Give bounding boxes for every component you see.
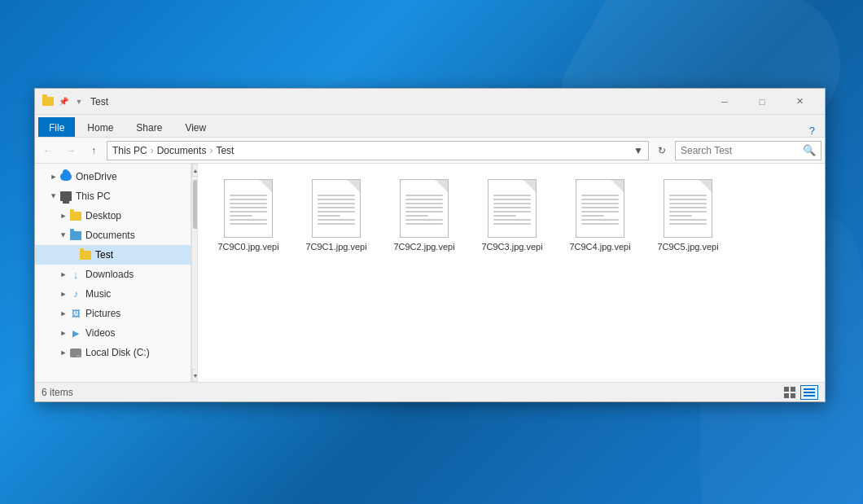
music-icon: ♪ <box>69 287 82 300</box>
sidebar-item-documents[interactable]: ► Documents <box>35 226 191 245</box>
window-title: Test <box>90 96 706 107</box>
sidebar-item-test[interactable]: ► Test <box>35 245 191 265</box>
expand-arrow-documents: ► <box>58 230 69 241</box>
file-icon-0 <box>224 179 273 238</box>
expand-arrow-this-pc: ► <box>48 191 59 202</box>
sidebar-item-local-disk[interactable]: ► Local Disk (C:) <box>35 343 191 362</box>
window-controls: ─ □ ✕ <box>706 89 818 115</box>
sidebar-label-downloads: Downloads <box>85 269 134 280</box>
file-item-3[interactable]: 7C9C3.jpg.vepi <box>471 173 553 258</box>
scroll-up-button[interactable]: ▲ <box>192 164 198 177</box>
breadcrumb: This PC › Documents › Test ▼ <box>107 141 649 160</box>
svg-rect-5 <box>804 392 815 393</box>
sidebar-item-desktop[interactable]: ► Desktop <box>35 206 191 226</box>
sidebar-item-downloads[interactable]: ► ↓ Downloads <box>35 265 191 284</box>
breadcrumb-dropdown-icon[interactable]: ▼ <box>633 145 643 156</box>
file-icon-3 <box>488 179 537 238</box>
file-item-5[interactable]: 7C9C5.jpg.vepi <box>647 173 729 258</box>
ribbon: File Home Share View ? <box>35 115 825 138</box>
tab-share[interactable]: Share <box>125 117 173 137</box>
sidebar-item-music[interactable]: ► ♪ Music <box>35 284 191 304</box>
sidebar-label-this-pc: This PC <box>76 191 111 202</box>
search-icon[interactable]: 🔍 <box>803 144 816 156</box>
file-name-0: 7C9C0.jpg.vepi <box>217 241 278 252</box>
expand-arrow-videos: ► <box>58 327 69 339</box>
file-item-4[interactable]: 7C9C4.jpg.vepi <box>559 173 641 258</box>
file-icon-4 <box>576 179 624 238</box>
desktop-folder-icon <box>69 209 82 222</box>
svg-rect-3 <box>791 393 795 398</box>
help-button[interactable]: ? <box>803 125 821 137</box>
svg-rect-4 <box>804 388 815 390</box>
sidebar-label-pictures: Pictures <box>85 308 120 319</box>
maximize-button[interactable]: □ <box>743 89 781 115</box>
file-area: 7C9C0.jpg.vepi7C9C1.jpg.vepi7C9C2.jpg.ve… <box>198 164 825 382</box>
sidebar-label-test: Test <box>95 249 113 261</box>
hdd-icon <box>69 346 82 359</box>
search-input[interactable] <box>681 145 803 156</box>
test-folder-icon <box>79 248 92 261</box>
tab-home[interactable]: Home <box>77 117 124 137</box>
videos-icon: ▶ <box>69 327 82 340</box>
sidebar-label-local-disk: Local Disk (C:) <box>85 347 150 358</box>
file-name-5: 7C9C5.jpg.vepi <box>657 241 718 252</box>
sidebar-item-videos[interactable]: ► ▶ Videos <box>35 323 191 343</box>
sidebar-item-onedrive[interactable]: ► OneDrive <box>35 167 191 186</box>
file-icon-2 <box>400 179 449 238</box>
scroll-down-button[interactable]: ▼ <box>192 369 198 382</box>
back-button[interactable]: ← <box>38 141 58 160</box>
sidebar-label-documents: Documents <box>85 230 135 241</box>
statusbar: 6 items <box>35 382 825 401</box>
cloud-icon <box>59 170 72 183</box>
search-box[interactable]: 🔍 <box>675 141 821 160</box>
tab-view[interactable]: View <box>174 117 217 137</box>
addressbar: ← → ↑ This PC › Documents › Test ▼ ↻ 🔍 <box>35 138 825 164</box>
file-icon-1 <box>312 179 361 238</box>
file-name-3: 7C9C3.jpg.vepi <box>481 241 542 252</box>
file-item-2[interactable]: 7C9C2.jpg.vepi <box>383 173 465 258</box>
sidebar-label-videos: Videos <box>85 327 115 339</box>
details-view-icon <box>804 387 815 398</box>
close-button[interactable]: ✕ <box>781 89 818 115</box>
explorer-window: 📌 ▼ Test ─ □ ✕ File Home Share View <box>34 88 826 402</box>
details-view-button[interactable] <box>800 385 818 400</box>
ribbon-tabs: File Home Share View ? <box>35 115 825 138</box>
sidebar-label-desktop: Desktop <box>85 210 121 221</box>
file-name-4: 7C9C4.jpg.vepi <box>569 241 630 252</box>
breadcrumb-test[interactable]: Test <box>216 145 234 156</box>
forward-button[interactable]: → <box>61 141 81 160</box>
file-name-2: 7C9C2.jpg.vepi <box>393 241 454 252</box>
grid-view-button[interactable] <box>781 385 799 400</box>
grid-view-icon <box>784 387 795 398</box>
documents-folder-icon <box>69 229 82 242</box>
file-item-0[interactable]: 7C9C0.jpg.vepi <box>208 173 289 258</box>
file-item-1[interactable]: 7C9C1.jpg.vepi <box>296 173 377 258</box>
breadcrumb-documents[interactable]: Documents <box>157 145 207 156</box>
folder-icon-title <box>42 95 55 108</box>
tab-file[interactable]: File <box>38 117 75 137</box>
pin-icon: 📌 <box>57 95 70 108</box>
expand-arrow-pictures: ► <box>58 308 69 319</box>
file-grid: 7C9C0.jpg.vepi7C9C1.jpg.vepi7C9C2.jpg.ve… <box>204 170 818 261</box>
breadcrumb-this-pc[interactable]: This PC <box>112 145 147 156</box>
minimize-button[interactable]: ─ <box>706 89 743 115</box>
sidebar-item-this-pc[interactable]: ► This PC <box>35 186 191 206</box>
content-area: ► OneDrive ► This PC ► <box>35 164 825 382</box>
sidebar-item-pictures[interactable]: ► 🖼 Pictures <box>35 304 191 323</box>
expand-arrow-downloads: ► <box>58 269 69 280</box>
svg-rect-1 <box>791 387 795 392</box>
view-buttons <box>781 385 818 400</box>
pictures-icon: 🖼 <box>69 307 82 320</box>
sidebar-label-music: Music <box>85 288 111 300</box>
arrow-dropdown-icon: ▼ <box>72 95 85 108</box>
breadcrumb-sep-1: › <box>151 145 154 156</box>
sidebar-scrollbar[interactable]: ▲ ▼ <box>191 164 198 382</box>
titlebar: 📌 ▼ Test ─ □ ✕ <box>35 89 825 115</box>
titlebar-icons: 📌 ▼ <box>42 95 85 108</box>
expand-arrow-music: ► <box>58 288 69 300</box>
refresh-button[interactable]: ↻ <box>652 141 672 160</box>
expand-arrow-desktop: ► <box>58 210 69 221</box>
up-button[interactable]: ↑ <box>84 141 103 160</box>
file-icon-5 <box>664 179 712 238</box>
expand-arrow-onedrive: ► <box>48 171 59 182</box>
